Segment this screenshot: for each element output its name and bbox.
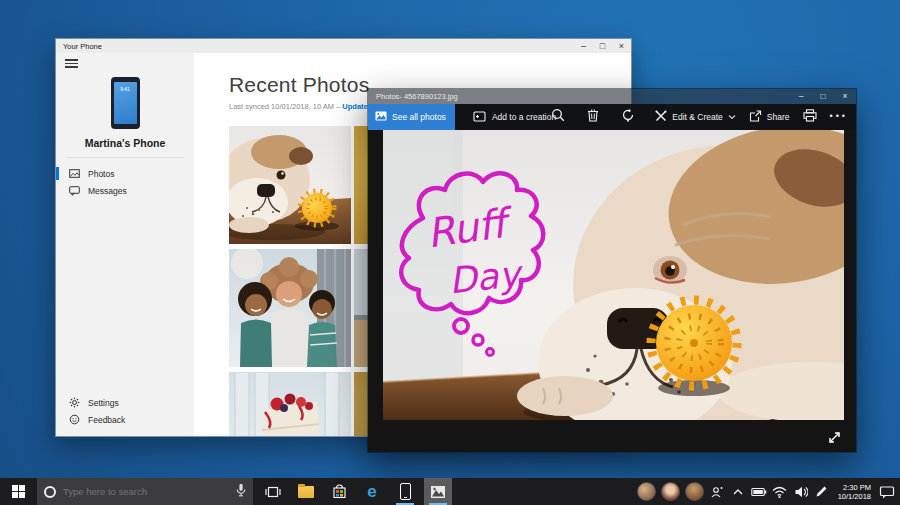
show-hidden-icons-chevron[interactable] xyxy=(730,484,746,500)
image-icon xyxy=(69,168,80,179)
phone-illustration: 9:41 xyxy=(56,77,194,129)
wifi-icon[interactable] xyxy=(772,484,788,500)
photos-toolbar: See all photos Add to a creation xyxy=(368,104,856,130)
phone-clock: 9:41 xyxy=(114,82,137,124)
edit-create-button[interactable]: Edit & Create xyxy=(655,110,736,124)
edge-browser-icon[interactable]: e xyxy=(358,478,386,505)
close-button[interactable]: × xyxy=(612,39,631,53)
sidebar-item-label: Messages xyxy=(88,186,127,196)
hamburger-menu-icon[interactable] xyxy=(65,59,78,70)
maximize-button[interactable]: □ xyxy=(593,39,612,53)
your-phone-window-title: Your Phone xyxy=(56,42,574,51)
device-name: Martina's Phone xyxy=(56,137,194,149)
your-phone-titlebar[interactable]: Your Phone – □ × xyxy=(56,39,631,53)
people-avatar[interactable] xyxy=(661,482,680,501)
taskbar: e xyxy=(0,478,900,505)
rotate-icon[interactable] xyxy=(621,108,635,126)
share-button[interactable]: Share xyxy=(749,110,790,124)
print-icon[interactable] xyxy=(803,108,817,126)
more-options-button[interactable]: ••• xyxy=(830,111,848,124)
photo-thumbnail-family[interactable] xyxy=(229,249,351,367)
minimize-button[interactable]: – xyxy=(790,89,812,104)
zoom-icon[interactable] xyxy=(551,108,565,126)
people-avatar[interactable] xyxy=(685,482,704,501)
your-phone-sidebar: 9:41 Martina's Phone Photos xyxy=(56,53,194,436)
main-photo-dog-ruff-day[interactable]: Ruff Day xyxy=(383,130,844,420)
photo-library-icon xyxy=(375,111,387,123)
feedback-smiley-icon xyxy=(69,414,80,425)
photos-window-title: Photos- 4567890123.jpg xyxy=(368,92,790,101)
search-input[interactable] xyxy=(63,486,229,497)
sidebar-item-feedback[interactable]: Feedback xyxy=(56,411,194,428)
desktop: Your Phone – □ × 9:41 Martina's Phone xyxy=(0,0,900,505)
message-icon xyxy=(69,185,80,196)
photos-window: Photos- 4567890123.jpg – □ × See all pho… xyxy=(367,88,857,453)
taskbar-clock[interactable]: 2:30 PM 10/1/2018 xyxy=(835,483,874,501)
close-button[interactable]: × xyxy=(834,89,856,104)
add-to-creation-button[interactable]: Add to a creation xyxy=(473,111,556,124)
people-icon[interactable] xyxy=(709,484,725,500)
update-link[interactable]: Update xyxy=(342,102,367,111)
share-icon xyxy=(749,110,762,124)
file-explorer-icon[interactable] xyxy=(292,478,320,505)
chevron-down-icon xyxy=(728,112,736,122)
sidebar-item-label: Photos xyxy=(88,169,114,179)
microphone-icon[interactable] xyxy=(236,483,246,501)
photos-titlebar[interactable]: Photos- 4567890123.jpg – □ × xyxy=(368,89,856,104)
action-center-icon[interactable] xyxy=(879,484,895,500)
taskbar-search[interactable] xyxy=(37,478,253,505)
sidebar-item-label: Feedback xyxy=(88,415,125,425)
fullscreen-expand-icon[interactable] xyxy=(827,430,842,445)
sidebar-item-label: Settings xyxy=(88,398,119,408)
photo-thumbnail-cake[interactable] xyxy=(229,372,351,436)
sidebar-item-settings[interactable]: Settings xyxy=(56,394,194,411)
volume-icon[interactable] xyxy=(793,484,809,500)
battery-icon[interactable] xyxy=(751,484,767,500)
annotation-text-line2: Day xyxy=(447,253,527,302)
minimize-button[interactable]: – xyxy=(574,39,593,53)
microsoft-store-icon[interactable] xyxy=(325,478,353,505)
maximize-button[interactable]: □ xyxy=(812,89,834,104)
windows-ink-pen-icon[interactable] xyxy=(814,484,830,500)
delete-icon[interactable] xyxy=(587,108,599,126)
see-all-photos-button[interactable]: See all photos xyxy=(368,104,455,130)
your-phone-taskbar-icon[interactable] xyxy=(391,478,419,505)
people-avatar[interactable] xyxy=(637,482,656,501)
photos-taskbar-icon[interactable] xyxy=(424,478,452,505)
photo-thumbnail-dog[interactable] xyxy=(229,126,351,244)
cortana-icon xyxy=(44,486,56,498)
task-view-button[interactable] xyxy=(259,478,287,505)
sidebar-item-photos[interactable]: Photos xyxy=(56,165,194,182)
sidebar-item-messages[interactable]: Messages xyxy=(56,182,194,199)
add-to-creation-icon xyxy=(473,111,486,124)
start-button[interactable] xyxy=(0,478,37,505)
photo-view-area: Ruff Day xyxy=(368,130,856,452)
edit-create-icon xyxy=(655,110,667,124)
windows-logo-icon xyxy=(12,485,25,498)
sidebar-divider xyxy=(66,157,184,158)
gear-icon xyxy=(69,397,80,408)
